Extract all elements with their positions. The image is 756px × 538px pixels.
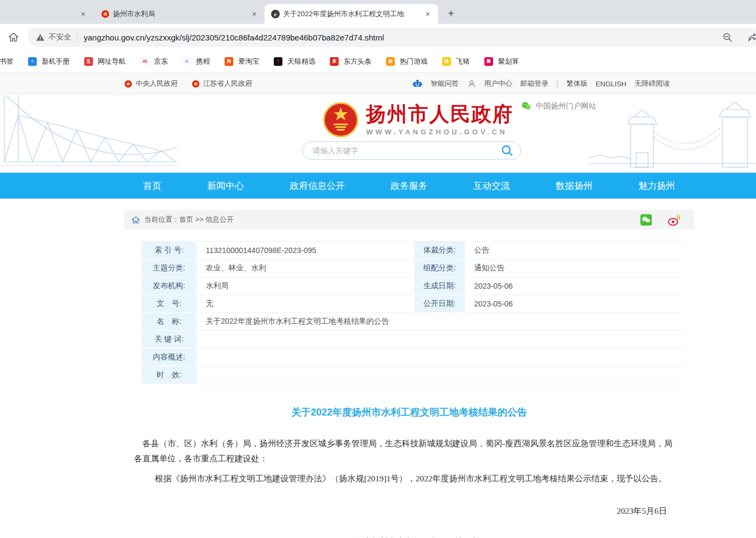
site-title: 扬州市人民政府 — [366, 104, 514, 126]
bookmark-item[interactable]: 机书签 — [0, 57, 14, 66]
bookmark-item[interactable]: JD京东 — [140, 57, 168, 66]
smart-qa-link[interactable]: 智能问答 — [431, 79, 459, 88]
publishing-agency: 水利局 — [198, 277, 413, 295]
weibo-share-icon[interactable] — [667, 213, 681, 227]
tab-close-icon[interactable]: × — [249, 9, 259, 19]
national-emblem-icon — [323, 102, 359, 138]
tab-title: 扬州市水利局 — [113, 9, 246, 19]
tab-close-icon[interactable]: × — [78, 9, 88, 19]
games-icon: 游 — [386, 57, 395, 66]
accessibility-link[interactable]: 无障碍阅读 — [634, 79, 670, 88]
tab-title: 关于2022年度扬州市水利工程文明工地 — [283, 9, 420, 19]
site-banner: 扬州市人民政府 WWW.YANGZHOU.GOV.CN 中国扬州门户网站 — [0, 94, 756, 173]
group-category: 通知公告 — [467, 260, 683, 277]
nav-item-info-disclosure[interactable]: 政府信息公开 — [290, 180, 345, 192]
security-warning-icon[interactable] — [36, 33, 45, 42]
nav-item-data[interactable]: 数据扬州 — [556, 180, 592, 192]
meta-row: 时 效: — [141, 366, 683, 384]
site-logo[interactable]: 扬州市人民政府 WWW.YANGZHOU.GOV.CN — [323, 102, 514, 138]
breadcrumb-path[interactable]: 当前位置：首页 >> 信息公开 — [144, 215, 233, 224]
wechat-portal-link[interactable]: 中国扬州门户网站 — [521, 101, 596, 111]
bookmark-item[interactable]: C携程 — [183, 57, 210, 66]
manual-icon: ≡ — [28, 57, 37, 66]
meta-row: 主题分类: 农业、林业、水利 组配分类: 通知公告 — [141, 260, 683, 277]
bookmark-item[interactable]: 淘爱淘宝 — [225, 57, 259, 66]
meta-row: 文 号: 无 公开日期: 2023-05-06 — [141, 295, 683, 313]
meta-row: 索 引 号: 11321000014407098E-2023-095 体裁分类:… — [141, 242, 683, 260]
user-center-link[interactable]: 用户中心 — [484, 79, 512, 88]
meta-row: 内容概述: — [141, 349, 683, 366]
bookmark-item[interactable]: 聚聚划算 — [484, 57, 519, 66]
traditional-chinese-link[interactable]: 繁体版 — [566, 79, 588, 88]
gov-emblem-favicon — [101, 10, 110, 18]
genre-category: 公告 — [467, 242, 683, 260]
bridge-artwork-right — [589, 94, 756, 173]
content-summary — [198, 349, 683, 366]
tab-yangzhou-water-bureau[interactable]: 扬州市水利局 × — [94, 4, 265, 24]
site-utility-bar: 中央人民政府 江苏省人民政府 智能问答 用户中心 邮箱登录 | 繁体版 ENGL… — [0, 73, 756, 94]
document-meta-table: 索 引 号: 11321000014407098E-2023-095 体裁分类:… — [141, 241, 683, 384]
article-paragraph: 各县（市、区）水利（务）局，扬州经济开发区城乡事务管理局，生态科技新城规划建设局… — [134, 436, 673, 466]
breadcrumb-bar: 当前位置：首页 >> 信息公开 — [124, 210, 694, 229]
bookmark-item[interactable]: ≡新机手册 — [28, 57, 70, 66]
document-number: 无 — [198, 295, 413, 313]
bookmark-item[interactable]: T天猫精选 — [274, 57, 315, 66]
main-navigation: 首页 新闻中心 政府信息公开 政务服务 互动交流 数据扬州 魅力扬州 — [0, 173, 756, 199]
bookmark-item[interactable]: 爻网址导航 — [84, 57, 126, 66]
toutiao-icon: 东 — [330, 57, 339, 66]
ctrip-icon: C — [183, 57, 191, 66]
nav-item-charm[interactable]: 魅力扬州 — [638, 180, 675, 192]
generation-date: 2023-05-06 — [467, 277, 683, 295]
jd-icon: JD — [140, 57, 149, 66]
home-icon[interactable] — [6, 30, 21, 44]
robot-icon — [412, 78, 423, 89]
share-icon[interactable] — [746, 30, 756, 44]
nav-item-interaction[interactable]: 互动交流 — [473, 180, 510, 192]
address-bar: 不安全 yangzhou.gov.cn/yzszxxgk/slj/202305/… — [0, 24, 756, 51]
mail-login-link[interactable]: 邮箱登录 — [521, 79, 549, 88]
main-content: 当前位置：首页 >> 信息公开 索 引 号: 11321000014407098… — [124, 210, 694, 538]
tab-active-announcement[interactable]: 关于2022年度扬州市水利工程文明工地 × — [265, 4, 438, 24]
bookmark-item[interactable]: 猪飞猪 — [442, 57, 470, 66]
meta-row: 名 称: 关于2022年度扬州市水利工程文明工地考核结果的公告 — [141, 313, 683, 331]
search-input[interactable] — [313, 146, 500, 155]
validity — [198, 366, 683, 384]
article-date: 2023年5月6日 — [124, 506, 694, 517]
juhuasuan-icon: 聚 — [484, 57, 493, 66]
bookmark-item[interactable]: 游热门游戏 — [386, 57, 428, 66]
wechat-share-icon[interactable] — [640, 214, 652, 226]
search-icon[interactable] — [500, 144, 514, 158]
publication-date: 2023-05-06 — [467, 295, 683, 313]
jiangsu-gov-link[interactable]: 江苏省人民政府 — [192, 79, 252, 88]
url-text[interactable]: yangzhou.gov.cn/yzszxxgk/slj/202305/210c… — [84, 33, 716, 42]
meta-row: 发布机构: 水利局 生成日期: 2023-05-06 — [141, 277, 683, 295]
nav-item-services[interactable]: 政务服务 — [390, 180, 427, 192]
site-search-box — [302, 141, 521, 160]
user-icon — [467, 79, 476, 88]
tab-close-icon[interactable]: × — [423, 9, 433, 19]
article-title: 关于2022年度扬州市水利工程文明工地考核结果的公告 — [124, 406, 694, 419]
central-gov-link[interactable]: 中央人民政府 — [124, 79, 178, 88]
fliggy-icon: 猪 — [442, 57, 451, 66]
tab-previous[interactable]: × — [0, 4, 94, 24]
browser-logo-icon — [271, 10, 280, 18]
article-paragraph: 根据《扬州市水利工程文明工地建设管理办法》（扬水规[2019]1号），2022年… — [134, 471, 673, 486]
nav-item-news[interactable]: 新闻中心 — [207, 180, 244, 192]
meta-row: 关 键 词: — [141, 331, 683, 349]
article-body: 各县（市、区）水利（务）局，扬州经济开发区城乡事务管理局，生态科技新城规划建设局… — [124, 436, 694, 486]
security-label[interactable]: 不安全 — [49, 32, 71, 42]
home-icon — [132, 216, 140, 224]
new-tab-button[interactable]: + — [443, 6, 458, 21]
english-link[interactable]: ENGLISH — [596, 80, 626, 88]
gov-emblem-icon — [124, 80, 132, 88]
bridge-artwork-left — [0, 94, 178, 173]
gov-emblem-icon — [192, 80, 200, 88]
nav-item-home[interactable]: 首页 — [143, 180, 161, 192]
bookmark-item[interactable]: 东东方头条 — [330, 57, 372, 66]
keywords — [198, 331, 683, 349]
tmall-icon: T — [274, 57, 282, 66]
url-omnibox[interactable]: 不安全 yangzhou.gov.cn/yzszxxgk/slj/202305/… — [28, 28, 756, 47]
document-name: 关于2022年度扬州市水利工程文明工地考核结果的公告 — [198, 313, 683, 331]
zoom-out-icon[interactable] — [720, 30, 734, 44]
browser-tab-strip: × 扬州市水利局 × 关于2022年度扬州市水利工程文明工地 × + — [0, 0, 756, 24]
